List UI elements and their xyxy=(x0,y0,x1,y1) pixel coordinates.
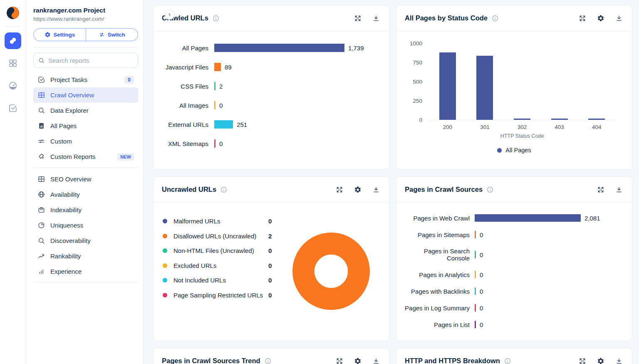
sidebar-item-availability[interactable]: Availability xyxy=(33,187,138,202)
bar-category-label: Pages in Sitemaps xyxy=(405,231,470,238)
info-icon[interactable] xyxy=(491,15,499,22)
app-root: rankranger.com Project https://www.rankr… xyxy=(0,0,639,364)
bar-value-label: 1,739 xyxy=(348,45,364,52)
rail-item-site-audit[interactable] xyxy=(5,32,21,49)
x-tick-labels: 200301302403404 xyxy=(429,124,615,130)
donut-chart xyxy=(292,233,370,310)
legend-value: 0 xyxy=(268,277,272,284)
gear-icon xyxy=(597,15,604,22)
expand-button[interactable] xyxy=(579,15,586,22)
expand-button[interactable] xyxy=(579,357,586,364)
bar-value-label: 0 xyxy=(219,102,223,109)
sidebar-item-crawl-overview[interactable]: Crawl Overview xyxy=(33,87,138,103)
sidebar-item-seo-overview[interactable]: SEO Overview xyxy=(33,171,138,187)
download-icon xyxy=(372,357,380,364)
sidebar-item-label: Data Explorer xyxy=(50,107,134,114)
gear-icon xyxy=(354,186,362,193)
info-icon[interactable] xyxy=(504,357,511,364)
sidebar-item-discoverability[interactable]: Discoverability xyxy=(33,233,138,248)
download-button[interactable] xyxy=(615,357,623,364)
card-uncrawled-urls: Uncrawled URLs Malformed URLs0Disallowed… xyxy=(153,176,389,341)
legend-dot xyxy=(497,148,502,153)
sidebar-item-custom[interactable]: Custom xyxy=(33,134,138,149)
x-axis-title: HTTP Status Code xyxy=(429,133,615,139)
legend-value: 2 xyxy=(268,233,272,240)
bar-value-label: 251 xyxy=(237,121,247,128)
dashboard-main: Crawled URLs All Pages1,739Javascript Fi… xyxy=(144,0,639,364)
x-tick-label: 302 xyxy=(503,124,541,130)
bar-category-label: Pages with Backlinks xyxy=(405,288,470,295)
card-actions xyxy=(336,186,380,193)
sidebar-item-rankability[interactable]: Rankability xyxy=(33,248,138,264)
plot-area: 10007505002500 xyxy=(429,44,615,120)
bar-row-all-images: All Images0 xyxy=(162,101,379,109)
switch-label: Switch xyxy=(108,32,125,38)
info-icon[interactable] xyxy=(486,186,494,193)
sidebar-item-project-tasks[interactable]: Project Tasks0 xyxy=(33,72,138,87)
sidebar-item-all-pages[interactable]: All Pages xyxy=(33,118,138,134)
x-tick-label: 301 xyxy=(466,124,504,130)
expand-button[interactable] xyxy=(354,15,362,22)
similarweb-logo-icon[interactable] xyxy=(6,6,20,20)
rail-item-gauge[interactable] xyxy=(5,77,21,94)
download-icon xyxy=(615,357,623,364)
sidebar-item-experience[interactable]: Experience xyxy=(33,264,138,279)
gear-button[interactable] xyxy=(354,186,362,193)
download-icon xyxy=(615,186,623,193)
bar-pages-in-analytics xyxy=(475,271,476,278)
switch-button[interactable]: Switch xyxy=(86,29,138,41)
gauge-icon xyxy=(8,81,18,91)
bar-value-label: 2 xyxy=(219,83,223,90)
legend-row-non-html-files-uncrawled: Non-HTML Files (Uncrawled)0 xyxy=(163,243,292,258)
gear-icon xyxy=(354,357,362,364)
bar-all-pages xyxy=(214,44,344,52)
sidebar-item-label: Experience xyxy=(50,268,134,275)
card-actions xyxy=(579,15,623,22)
sidebar-collapse-button[interactable] xyxy=(165,10,175,20)
download-button[interactable] xyxy=(615,186,623,193)
info-icon[interactable] xyxy=(264,357,272,364)
icon-rail xyxy=(0,0,26,364)
download-button[interactable] xyxy=(372,15,380,22)
column-bar-302 xyxy=(514,119,530,120)
info-icon[interactable] xyxy=(212,15,220,22)
settings-button[interactable]: Settings xyxy=(34,29,86,41)
bar-category-label: XML Sitemaps xyxy=(162,140,208,147)
new-badge: NEW xyxy=(117,153,134,161)
sidebar: rankranger.com Project https://www.rankr… xyxy=(26,0,144,364)
sidebar-item-uniqueness[interactable]: Uniqueness xyxy=(33,218,138,233)
expand-button[interactable] xyxy=(597,186,604,193)
download-button[interactable] xyxy=(615,15,623,22)
card-header: Uncrawled URLs xyxy=(154,177,389,203)
bar-value-label: 0 xyxy=(480,251,483,258)
gear-button[interactable] xyxy=(597,15,604,22)
info-icon[interactable] xyxy=(220,186,228,193)
download-button[interactable] xyxy=(372,186,380,193)
rail-item-tasks[interactable] xyxy=(5,100,21,116)
expand-button[interactable] xyxy=(336,186,343,193)
sidebar-item-custom-reports[interactable]: Custom ReportsNEW xyxy=(33,149,138,164)
table-icon xyxy=(37,91,45,99)
card-title: HTTP and HTTPS Breakdown xyxy=(405,357,500,364)
legend-dot xyxy=(163,263,167,268)
sidebar-item-label: Availability xyxy=(50,191,134,198)
sliders-icon xyxy=(37,137,45,145)
y-tick-label: 0 xyxy=(419,117,422,123)
search-input[interactable] xyxy=(48,57,134,64)
expand-button[interactable] xyxy=(336,357,343,364)
gear-button[interactable] xyxy=(597,357,604,364)
download-icon xyxy=(615,15,623,22)
download-button[interactable] xyxy=(372,357,380,364)
sidebar-item-data-explorer[interactable]: Data Explorer xyxy=(33,103,138,118)
gear-button[interactable] xyxy=(354,357,362,364)
column-slot-403 xyxy=(541,119,578,120)
expand-icon xyxy=(579,15,586,22)
nav-divider xyxy=(33,282,138,283)
sidebar-item-indexability[interactable]: Indexability xyxy=(33,202,138,218)
puzzle-icon xyxy=(37,153,45,161)
swap-arrows-icon xyxy=(99,32,105,38)
legend-row-excluded-urls: Excluded URLs0 xyxy=(163,258,292,273)
rail-item-apps[interactable] xyxy=(5,55,21,72)
bar-row-external-urls: External URLs251 xyxy=(162,120,379,129)
bar-chart-icon xyxy=(37,267,45,275)
